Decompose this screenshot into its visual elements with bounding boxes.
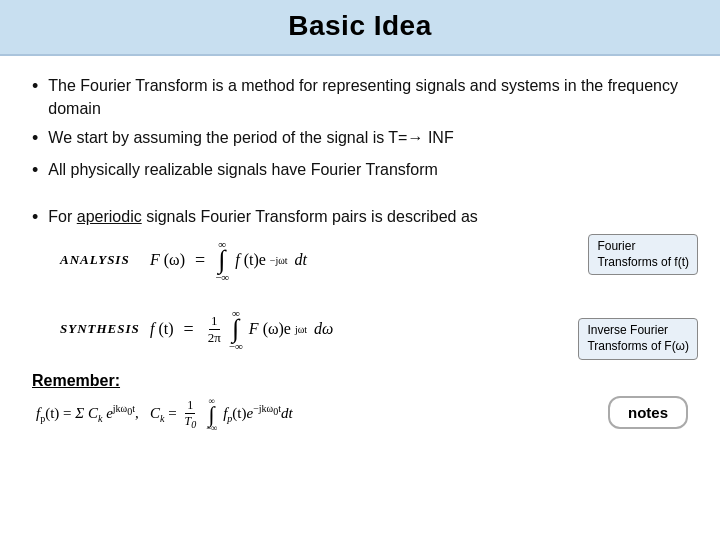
- bullet-dot-1: •: [32, 74, 38, 99]
- slide-title: Basic Idea: [20, 10, 700, 42]
- analysis-expr: F(ω) = ∞ ∫ −∞ f(t)e−jωt dt: [150, 238, 307, 283]
- frac-denominator: 2π: [206, 330, 223, 346]
- analysis-integral-sign: ∞ ∫ −∞: [215, 238, 229, 283]
- frac-numerator: 1: [209, 313, 220, 330]
- formula-analysis-row: ANALYSIS F(ω) = ∞ ∫ −∞ f(t)e−jωt dt Fou: [60, 238, 688, 283]
- bullet-text-2: We start by assuming the period of the s…: [48, 126, 453, 149]
- bullet-dot-4: •: [32, 205, 38, 230]
- aperiodic-intro: • For aperiodic signals Fourier Transfor…: [32, 205, 688, 230]
- synthesis-exponent: jωt: [295, 324, 307, 335]
- synthesis-integral-sign: ∞ ∫ −∞: [229, 307, 243, 352]
- analysis-lhs: F: [150, 251, 160, 269]
- remember-left: Remember: fp(t) = Σ Ck ejkω0t, Ck = 1 T0…: [32, 372, 293, 434]
- analysis-exponent: −jωt: [270, 255, 288, 266]
- integral-sign-char: ∫: [219, 250, 226, 271]
- synthesis-integrand: F: [249, 320, 259, 338]
- callout-synthesis: Inverse Fourier Transforms of F(ω): [578, 318, 698, 359]
- synthesis-lhs: f: [150, 320, 154, 338]
- analysis-integrand: f: [235, 251, 239, 269]
- bullet-text-1: The Fourier Transform is a method for re…: [48, 74, 688, 120]
- aperiodic-text: For aperiodic signals Fourier Transform …: [48, 205, 478, 228]
- bullet-text-3: All physically realizable signals have F…: [48, 158, 438, 181]
- synthesis-integral-bottom: −∞: [229, 340, 243, 352]
- formula-synthesis-row: SYNTHESIS f(t) = 1 2π ∞ ∫ −∞ F(: [60, 307, 688, 352]
- synthesis-integral-char: ∫: [232, 319, 239, 340]
- synthesis-equals: =: [184, 319, 194, 340]
- analysis-dt: dt: [295, 251, 307, 269]
- bullet-item-1: • The Fourier Transform is a method for …: [32, 74, 688, 120]
- bullet-dot-3: •: [32, 158, 38, 183]
- bullet-item-2: • We start by assuming the period of the…: [32, 126, 688, 151]
- formula-block: ANALYSIS F(ω) = ∞ ∫ −∞ f(t)e−jωt dt Fou: [60, 238, 688, 352]
- synthesis-fraction: 1 2π: [206, 313, 223, 346]
- synthesis-dw: dω: [314, 320, 333, 338]
- callout-analysis: Fourier Transforms of f(t): [588, 234, 698, 275]
- bullet-section-main: • The Fourier Transform is a method for …: [32, 74, 688, 189]
- aperiodic-section: • For aperiodic signals Fourier Transfor…: [32, 205, 688, 352]
- notes-box[interactable]: notes: [608, 396, 688, 429]
- synthesis-label: SYNTHESIS: [60, 321, 140, 337]
- notes-label: notes: [628, 404, 668, 421]
- aperiodic-underline: aperiodic: [77, 208, 142, 225]
- remember-label: Remember:: [32, 372, 293, 390]
- remember-section: Remember: fp(t) = Σ Ck ejkω0t, Ck = 1 T0…: [32, 372, 688, 434]
- remember-formula: fp(t) = Σ Ck ejkω0t, Ck = 1 T0 ∞ ∫ −∞ fp…: [36, 396, 293, 434]
- integral-bottom: −∞: [215, 271, 229, 283]
- analysis-label: ANALYSIS: [60, 252, 140, 268]
- slide-content: • The Fourier Transform is a method for …: [0, 56, 720, 540]
- analysis-lhs-omega: (ω): [164, 251, 185, 269]
- analysis-equals: =: [195, 250, 205, 271]
- bullet-item-3: • All physically realizable signals have…: [32, 158, 688, 183]
- slide-header: Basic Idea: [0, 0, 720, 56]
- bullet-dot-2: •: [32, 126, 38, 151]
- arrow-symbol: →: [407, 129, 423, 146]
- slide-page: Basic Idea • The Fourier Transform is a …: [0, 0, 720, 540]
- synthesis-expr: f(t) = 1 2π ∞ ∫ −∞ F(ω)ejωt dω: [150, 307, 333, 352]
